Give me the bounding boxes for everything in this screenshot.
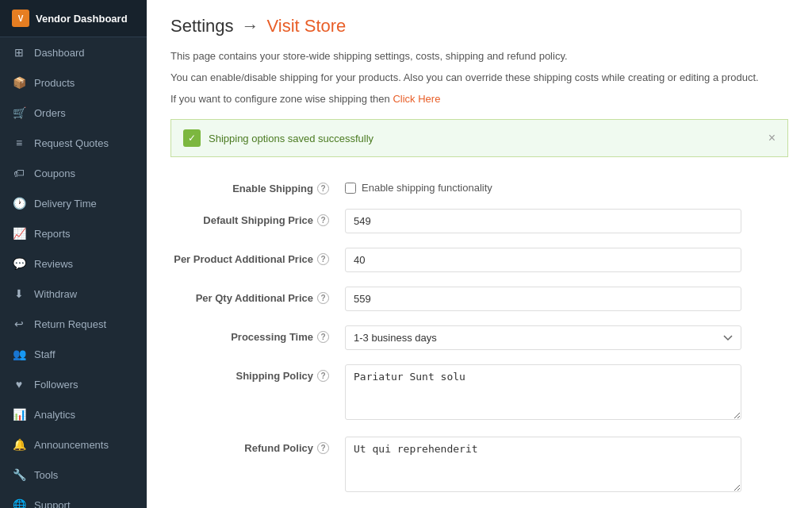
shipping-policy-textarea[interactable]: Pariatur Sunt solu: [345, 364, 741, 420]
products-icon: 📦: [12, 75, 26, 90]
support-label: Support: [34, 499, 71, 509]
main-content-area: Settings → Visit Store This page contain…: [147, 0, 812, 508]
products-label: Products: [34, 77, 75, 89]
staff-label: Staff: [34, 348, 56, 360]
sidebar-item-return-request[interactable]: ↩ Return Request: [0, 309, 147, 339]
announcements-icon: 🔔: [12, 437, 26, 452]
enable-shipping-control: Enable shipping functionality: [345, 177, 788, 194]
default-shipping-price-input[interactable]: [345, 209, 741, 233]
sidebar-item-products[interactable]: 📦 Products: [0, 67, 147, 98]
default-shipping-price-row: Default Shipping Price ?: [170, 209, 788, 233]
default-shipping-price-label: Default Shipping Price ?: [170, 209, 345, 226]
enable-shipping-checkbox[interactable]: [345, 183, 356, 194]
orders-label: Orders: [34, 107, 66, 119]
sidebar-item-dashboard[interactable]: ⊞ Dashboard: [0, 37, 147, 67]
brand-icon: V: [12, 10, 29, 27]
per-qty-price-input[interactable]: [345, 287, 741, 311]
visit-store-link[interactable]: Visit Store: [267, 16, 347, 37]
enable-shipping-checkbox-label: Enable shipping functionality: [362, 182, 492, 194]
processing-time-label: Processing Time ?: [170, 325, 345, 343]
enable-shipping-help-icon[interactable]: ?: [317, 183, 329, 194]
per-qty-price-control: [345, 287, 788, 311]
per-product-price-control: [345, 248, 788, 272]
refund-policy-control: Ut qui reprehenderit: [345, 437, 788, 495]
reports-icon: 📈: [12, 226, 26, 241]
analytics-label: Analytics: [34, 409, 75, 421]
processing-time-help-icon[interactable]: ?: [317, 331, 329, 343]
sidebar-item-withdraw[interactable]: ⬇ Withdraw: [0, 279, 147, 309]
success-icon: ✓: [183, 129, 201, 147]
per-qty-price-label: Per Qty Additional Price ?: [170, 287, 345, 304]
sidebar-item-followers[interactable]: ♥ Followers: [0, 369, 147, 399]
sidebar-nav: ⊞ Dashboard 📦 Products 🛒 Orders ≡ Reques…: [0, 37, 147, 508]
shipping-policy-control: Pariatur Sunt solu: [345, 364, 788, 422]
sidebar-item-support[interactable]: 🌐 Support: [0, 490, 147, 508]
return-request-label: Return Request: [34, 318, 106, 330]
reviews-label: Reviews: [34, 258, 73, 270]
per-product-price-label: Per Product Additional Price ?: [170, 248, 345, 265]
withdraw-label: Withdraw: [34, 288, 77, 300]
intro-text-1: This page contains your store-wide shipp…: [170, 48, 788, 65]
sidebar-item-analytics[interactable]: 📊 Analytics: [0, 399, 147, 429]
shipping-policy-row: Shipping Policy ? Pariatur Sunt solu: [170, 364, 788, 422]
default-shipping-price-control: [345, 209, 788, 233]
reports-label: Reports: [34, 228, 71, 240]
tools-icon: 🔧: [12, 468, 26, 482]
sidebar-item-orders[interactable]: 🛒 Orders: [0, 98, 147, 128]
success-content: ✓ Shipping options saved successfully: [183, 129, 373, 147]
coupons-icon: 🏷: [12, 166, 26, 180]
sidebar-brand: V Vendor Dashboard: [0, 0, 147, 37]
followers-label: Followers: [34, 379, 79, 391]
tools-label: Tools: [34, 469, 58, 481]
shipping-policy-help-icon[interactable]: ?: [317, 370, 329, 382]
brand-label: Vendor Dashboard: [36, 13, 128, 25]
page-title-bar: Settings → Visit Store: [170, 16, 788, 37]
sidebar-item-coupons[interactable]: 🏷 Coupons: [0, 158, 147, 188]
shipping-policy-label: Shipping Policy ?: [170, 364, 345, 382]
per-qty-price-row: Per Qty Additional Price ?: [170, 287, 788, 311]
delivery-time-icon: 🕐: [12, 196, 26, 210]
per-product-help-icon[interactable]: ?: [317, 253, 329, 265]
analytics-icon: 📊: [12, 407, 26, 421]
followers-icon: ♥: [12, 377, 26, 391]
refund-policy-textarea[interactable]: Ut qui reprehenderit: [345, 437, 741, 492]
shipping-form: Enable Shipping ? Enable shipping functi…: [170, 169, 788, 508]
sidebar: V Vendor Dashboard ⊞ Dashboard 📦 Product…: [0, 0, 147, 508]
per-qty-help-icon[interactable]: ?: [317, 292, 329, 304]
sidebar-item-request-quotes[interactable]: ≡ Request Quotes: [0, 128, 147, 158]
success-close-button[interactable]: ×: [768, 131, 776, 145]
intro-text-2: You can enable/disable shipping for your…: [170, 70, 788, 87]
processing-time-row: Processing Time ? 1-3 business days 3-5 …: [170, 325, 788, 350]
processing-time-select[interactable]: 1-3 business days 3-5 business days 5-7 …: [345, 325, 741, 350]
refund-policy-label: Refund Policy ?: [170, 437, 345, 454]
return-request-icon: ↩: [12, 317, 26, 331]
delivery-time-label: Delivery Time: [34, 198, 97, 210]
staff-icon: 👥: [12, 347, 26, 361]
coupons-label: Coupons: [34, 167, 75, 179]
sidebar-item-delivery-time[interactable]: 🕐 Delivery Time: [0, 188, 147, 218]
sidebar-item-announcements[interactable]: 🔔 Announcements: [0, 429, 147, 460]
sidebar-item-reports[interactable]: 📈 Reports: [0, 218, 147, 248]
enable-shipping-label: Enable Shipping ?: [170, 177, 345, 194]
per-product-price-input[interactable]: [345, 248, 741, 272]
default-price-help-icon[interactable]: ?: [317, 214, 329, 226]
title-arrow: →: [242, 16, 259, 37]
success-message: Shipping options saved successfully: [209, 133, 373, 144]
click-here-link[interactable]: Click Here: [393, 93, 440, 105]
sidebar-item-tools[interactable]: 🔧 Tools: [0, 460, 147, 490]
sidebar-item-reviews[interactable]: 💬 Reviews: [0, 248, 147, 279]
refund-policy-row: Refund Policy ? Ut qui reprehenderit: [170, 437, 788, 495]
enable-shipping-checkbox-wrap: Enable shipping functionality: [345, 177, 788, 194]
announcements-label: Announcements: [34, 439, 109, 451]
request-quotes-icon: ≡: [12, 136, 26, 150]
intro-text-3: If you want to configure zone wise shipp…: [170, 91, 788, 108]
sidebar-item-staff[interactable]: 👥 Staff: [0, 339, 147, 369]
processing-time-control: 1-3 business days 3-5 business days 5-7 …: [345, 325, 788, 350]
page-title-text: Settings: [170, 16, 234, 37]
withdraw-icon: ⬇: [12, 287, 26, 301]
dashboard-icon: ⊞: [12, 45, 26, 60]
support-icon: 🌐: [12, 498, 26, 508]
refund-policy-help-icon[interactable]: ?: [317, 442, 329, 454]
per-product-price-row: Per Product Additional Price ?: [170, 248, 788, 272]
orders-icon: 🛒: [12, 106, 26, 120]
